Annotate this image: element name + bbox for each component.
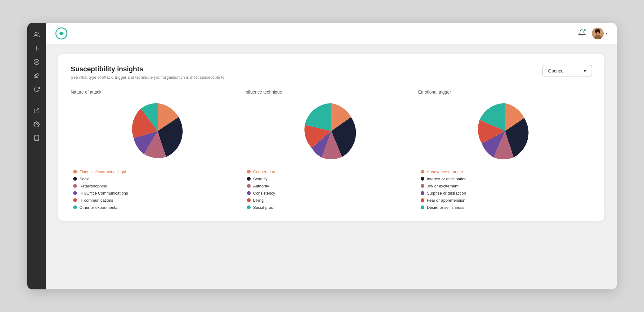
- chart-emotional-trigger: Emotional trigger: [418, 90, 592, 210]
- sidebar-icon-rocket[interactable]: [31, 70, 42, 81]
- legend-dot: [73, 177, 77, 181]
- legend-label: IT communications: [79, 198, 113, 203]
- legend-dot: [421, 205, 424, 209]
- pie-influence: [300, 100, 362, 162]
- legend-dot: [421, 170, 424, 174]
- legend-item: Interest or anticipation: [421, 177, 467, 181]
- avatar: [592, 28, 604, 39]
- content-area: Susceptibility insights See what type of…: [46, 45, 617, 289]
- svg-point-7: [36, 123, 38, 125]
- legend-dot: [421, 198, 424, 202]
- topbar: ▾: [46, 23, 617, 45]
- user-avatar-area[interactable]: ▾: [592, 28, 607, 39]
- legend-dot: [247, 198, 251, 202]
- pie-emotional-wrapper: [418, 100, 592, 162]
- legend-dot: [247, 170, 251, 174]
- legend-item: Joy or excitement: [421, 184, 467, 188]
- svg-point-0: [35, 32, 37, 34]
- pie-nature: [127, 100, 189, 162]
- legend-item: Consistency: [247, 191, 275, 196]
- notification-dot: [583, 29, 586, 32]
- filter-dropdown[interactable]: Opened ▾: [542, 65, 592, 77]
- legend-item: Financial/contractual/legal: [73, 169, 128, 174]
- legend-dot: [73, 170, 77, 174]
- legend-label: Authority: [253, 184, 269, 188]
- pie-nature-wrapper: [71, 100, 244, 162]
- legend-dot: [73, 191, 77, 195]
- pie-emotional: [474, 100, 536, 162]
- chart-influence-label: Influence technique: [244, 90, 282, 94]
- legend-item: Social: [73, 177, 128, 181]
- sidebar-icon-refresh[interactable]: [31, 84, 42, 95]
- legend-item: Cooperation: [247, 169, 275, 174]
- legend-item: Fear or apprehension: [421, 198, 467, 203]
- legend-item: Social proof: [247, 205, 275, 210]
- legend-label: HR/Office Communications: [79, 191, 128, 196]
- pie-influence-wrapper: [244, 100, 418, 162]
- sidebar-icon-gear[interactable]: [31, 119, 42, 130]
- sidebar-divider: [31, 100, 42, 100]
- dropdown-chevron: ▾: [606, 31, 607, 36]
- legend-label: Cooperation: [253, 169, 275, 174]
- legend-influence: Cooperation Scarcity Authority: [244, 169, 275, 210]
- legend-dot: [247, 184, 251, 188]
- svg-point-4: [34, 59, 39, 64]
- svg-line-6: [36, 108, 39, 111]
- legend-dot: [247, 205, 251, 209]
- legend-label: Liking: [253, 198, 264, 203]
- legend-dot: [247, 191, 251, 195]
- legend-item: HR/Office Communications: [73, 191, 128, 196]
- logo-area: [55, 27, 578, 40]
- insights-card: Susceptibility insights See what type of…: [58, 54, 604, 221]
- svg-point-9: [60, 33, 62, 34]
- legend-label: Financial/contractual/legal: [79, 169, 126, 174]
- svg-point-15: [595, 30, 597, 33]
- legend-item: Retail/shopping: [73, 184, 128, 188]
- legend-label: Annoyance or anger: [427, 169, 463, 174]
- card-title-area: Susceptibility insights See what type of…: [71, 65, 226, 80]
- dropdown-label: Opened: [548, 68, 564, 73]
- legend-label: Social proof: [253, 205, 275, 210]
- legend-item: Other or experimental: [73, 205, 128, 210]
- sidebar-icon-launch[interactable]: [31, 105, 42, 116]
- main-area: ▾ Susceptibility insights See what type …: [46, 23, 617, 289]
- legend-dot: [421, 184, 424, 188]
- sidebar-icon-people[interactable]: [31, 29, 42, 40]
- legend-nature: Financial/contractual/legal Social Retai…: [71, 169, 128, 210]
- legend-label: Social: [79, 177, 90, 181]
- sidebar-icon-compass[interactable]: [31, 56, 42, 68]
- chart-emotional-label: Emotional trigger: [418, 90, 451, 94]
- legend-item: Surprise or distraction: [421, 191, 467, 196]
- legend-label: Consistency: [253, 191, 275, 196]
- charts-row: Nature of attack: [71, 90, 592, 210]
- legend-label: Desire or selfishness: [427, 205, 464, 210]
- chart-nature-label: Nature of attack: [71, 90, 101, 94]
- legend-label: Interest or anticipation: [427, 177, 467, 181]
- legend-item: Desire or selfishness: [421, 205, 467, 210]
- legend-dot: [421, 191, 424, 195]
- legend-dot: [421, 177, 424, 181]
- legend-item: Annoyance or anger: [421, 169, 467, 174]
- legend-item: Liking: [247, 198, 275, 203]
- sidebar-icon-chart[interactable]: [31, 43, 42, 54]
- legend-item: Scarcity: [247, 177, 275, 181]
- svg-marker-5: [35, 61, 38, 63]
- legend-label: Surprise or distraction: [427, 191, 466, 196]
- topbar-actions: ▾: [578, 28, 607, 39]
- legend-label: Other or experimental: [79, 205, 119, 210]
- card-subtitle: See what type of attack, trigger and tec…: [71, 75, 226, 80]
- legend-item: Authority: [247, 184, 275, 188]
- legend-label: Retail/shopping: [79, 184, 107, 188]
- card-title: Susceptibility insights: [71, 65, 226, 73]
- chart-influence-technique: Influence technique: [244, 90, 418, 210]
- notification-button[interactable]: [578, 29, 586, 38]
- app-logo: [55, 27, 68, 40]
- dropdown-chevron-icon: ▾: [584, 68, 586, 73]
- legend-dot: [247, 177, 251, 181]
- legend-dot: [73, 198, 77, 202]
- sidebar-icon-book[interactable]: [31, 132, 42, 143]
- sidebar: [27, 23, 46, 289]
- legend-emotional: Annoyance or anger Interest or anticipat…: [418, 169, 467, 210]
- app-container: ▾ Susceptibility insights See what type …: [27, 23, 617, 289]
- svg-point-16: [598, 30, 600, 33]
